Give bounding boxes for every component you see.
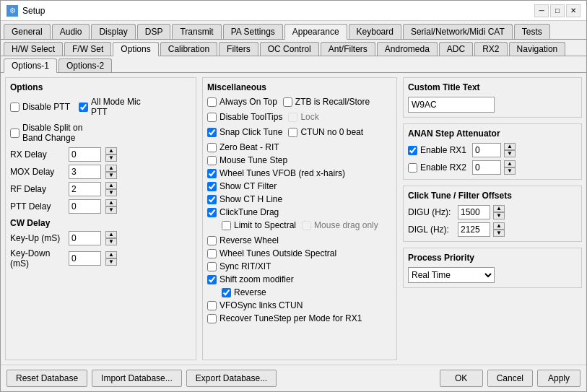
tab-andromeda[interactable]: Andromeda <box>377 42 438 56</box>
key-up-up[interactable]: ▲ <box>105 231 117 238</box>
maximize-button[interactable]: □ <box>550 4 565 17</box>
tab-calibration[interactable]: Calibration <box>160 42 217 56</box>
tab-oc-control[interactable]: OC Control <box>260 42 319 56</box>
tab-bar-options: Options-1 Options-2 <box>1 56 586 73</box>
key-up-down[interactable]: ▼ <box>105 238 117 245</box>
enable-rx1-checkbox[interactable] <box>408 146 417 155</box>
rx-delay-down[interactable]: ▼ <box>105 154 117 162</box>
tab-adc[interactable]: ADC <box>439 42 473 56</box>
zero-beat-rit-checkbox[interactable] <box>207 143 217 152</box>
tab-general[interactable]: General <box>4 24 51 39</box>
content-area: General Audio Display DSP Transmit PA Se… <box>1 21 586 391</box>
export-database-button[interactable]: Export Database... <box>186 370 277 387</box>
rf-delay-down[interactable]: ▼ <box>105 189 117 196</box>
cw-delay-title: CW Delay <box>10 218 191 228</box>
close-button[interactable]: ✕ <box>566 4 581 17</box>
tab-serial[interactable]: Serial/Network/Midi CAT <box>403 24 513 39</box>
digu-down[interactable]: ▼ <box>493 212 505 219</box>
rx-delay-input[interactable] <box>69 147 101 162</box>
always-on-top-checkbox[interactable] <box>207 97 217 107</box>
rx1-up[interactable]: ▲ <box>504 143 516 150</box>
tab-filters[interactable]: Filters <box>219 42 258 56</box>
show-ct-filter-checkbox[interactable] <box>207 182 217 191</box>
tab-rx2[interactable]: RX2 <box>474 42 507 56</box>
ptt-delay-down[interactable]: ▼ <box>105 206 117 214</box>
tab-options[interactable]: Options <box>113 42 158 56</box>
key-down-up[interactable]: ▲ <box>105 251 117 258</box>
tab-dsp[interactable]: DSP <box>137 24 171 39</box>
tab-audio[interactable]: Audio <box>52 24 90 39</box>
tab-tests[interactable]: Tests <box>514 24 550 39</box>
disable-split-checkbox[interactable] <box>10 129 19 138</box>
key-up-input[interactable] <box>69 231 101 245</box>
snap-click-tune-checkbox[interactable] <box>207 128 217 137</box>
enable-rx2-checkbox[interactable] <box>408 163 417 173</box>
ptt-delay-up[interactable]: ▲ <box>105 199 117 206</box>
enable-rx2-input[interactable] <box>472 160 501 175</box>
apply-button[interactable]: Apply <box>537 370 581 387</box>
disable-tooltips-checkbox[interactable] <box>207 113 217 122</box>
rx-delay-up[interactable]: ▲ <box>105 147 117 154</box>
reverse-wheel-checkbox[interactable] <box>207 236 217 245</box>
all-mode-mic-checkbox[interactable] <box>79 103 88 112</box>
mox-delay-down[interactable]: ▼ <box>105 172 117 179</box>
digl-hz-input[interactable] <box>458 222 490 237</box>
rx2-down[interactable]: ▼ <box>504 167 516 175</box>
digl-down[interactable]: ▼ <box>493 230 505 237</box>
minimize-button[interactable]: ─ <box>534 4 549 17</box>
rf-delay-input[interactable] <box>69 182 101 196</box>
tab-options-1[interactable]: Options-1 <box>4 58 57 73</box>
import-database-button[interactable]: Import Database... <box>92 370 182 387</box>
tab-appearance[interactable]: Appearance <box>284 24 347 40</box>
reverse-checkbox[interactable] <box>222 288 231 297</box>
digl-up[interactable]: ▲ <box>493 222 505 230</box>
ptt-delay-input[interactable] <box>69 199 101 214</box>
tab-pa-settings[interactable]: PA Settings <box>223 24 283 39</box>
vfosync-checkbox[interactable] <box>207 301 217 310</box>
show-ct-h-line-checkbox[interactable] <box>207 195 217 204</box>
wheel-tunes-outside-row: Wheel Tunes Outside Spectral <box>207 248 392 258</box>
rx1-down[interactable]: ▼ <box>504 150 516 157</box>
enable-rx1-input[interactable] <box>472 143 501 157</box>
digu-hz-input[interactable] <box>458 205 490 219</box>
tab-ant-filters[interactable]: Ant/Filters <box>321 42 375 56</box>
tab-display[interactable]: Display <box>91 24 135 39</box>
recover-tunestep-checkbox[interactable] <box>207 314 217 323</box>
rx2-up[interactable]: ▲ <box>504 160 516 167</box>
process-priority-select[interactable]: Real Time High Above Normal Normal Below… <box>408 267 495 283</box>
cancel-button[interactable]: Cancel <box>487 370 533 387</box>
tab-options-2[interactable]: Options-2 <box>58 58 112 72</box>
tab-transmit[interactable]: Transmit <box>172 24 221 39</box>
custom-title-section-title: Custom Title Text <box>408 82 577 92</box>
tab-fw-set[interactable]: F/W Set <box>64 42 111 56</box>
anan-step-section: ANAN Step Attenuator Enable RX1 ▲ ▼ Enab… <box>403 123 582 180</box>
ztb-recall-checkbox[interactable] <box>283 97 292 107</box>
disable-ptt-checkbox[interactable] <box>10 103 19 112</box>
reverse-label: Reverse <box>234 287 266 297</box>
vfosync-label: VFOSync links CTUN <box>219 300 303 310</box>
tab-hw-select[interactable]: H/W Select <box>4 42 63 56</box>
key-down-input[interactable] <box>69 251 101 266</box>
clicktune-drag-checkbox[interactable] <box>207 208 217 217</box>
digu-up[interactable]: ▲ <box>493 205 505 212</box>
rf-delay-up[interactable]: ▲ <box>105 182 117 189</box>
zero-beat-rit-label: Zero Beat - RIT <box>219 142 279 152</box>
mouse-drag-only-row: Mouse drag only <box>302 220 378 230</box>
tab-navigation[interactable]: Navigation <box>509 42 566 56</box>
ctun-no-beat-checkbox[interactable] <box>288 128 297 137</box>
mouse-tune-step-checkbox[interactable] <box>207 156 217 165</box>
reset-database-button[interactable]: Reset Database <box>6 370 87 387</box>
ok-button[interactable]: OK <box>440 370 483 387</box>
process-priority-title: Process Priority <box>408 253 577 263</box>
limit-to-spectral-checkbox[interactable] <box>222 221 231 230</box>
wheel-tunes-outside-checkbox[interactable] <box>207 249 217 258</box>
shift-zoom-modifier-checkbox[interactable] <box>207 275 217 284</box>
mox-delay-up[interactable]: ▲ <box>105 165 117 172</box>
sync-rit-xit-checkbox[interactable] <box>207 262 217 271</box>
wheel-tunes-vfob-checkbox[interactable] <box>207 169 217 178</box>
key-down-down[interactable]: ▼ <box>105 258 117 266</box>
tab-keyboard[interactable]: Keyboard <box>349 24 401 39</box>
disable-split-row: Disable Split onBand Change <box>10 123 191 143</box>
mox-delay-input[interactable] <box>69 165 101 179</box>
custom-title-input[interactable] <box>408 97 495 113</box>
